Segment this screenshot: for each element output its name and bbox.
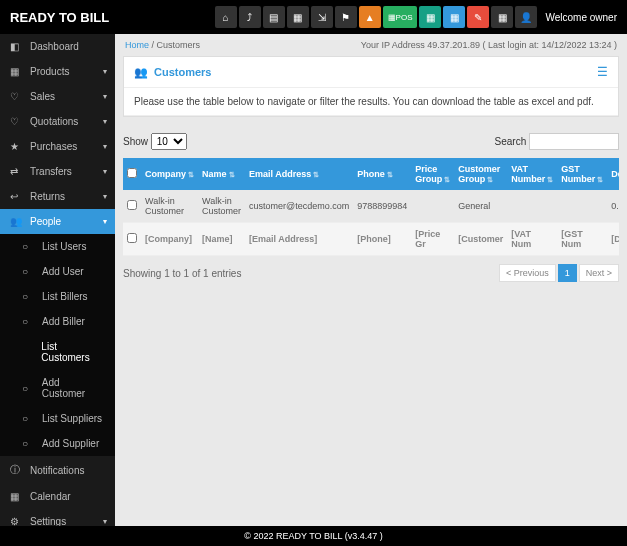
bullet-icon: ○ — [22, 291, 36, 302]
col-company[interactable]: Company⇅ — [141, 158, 198, 190]
sidebar-item-people[interactable]: 👥People▾ — [0, 209, 115, 234]
col-vat-number[interactable]: VAT Number⇅ — [507, 158, 557, 190]
sidebar-label: Add User — [42, 266, 84, 277]
sort-icon: ⇅ — [597, 176, 603, 183]
col-deposit[interactable]: Deposit⇅ — [607, 158, 619, 190]
sidebar-item-add-user[interactable]: ○Add User — [0, 259, 115, 284]
sidebar-label: Notifications — [30, 465, 84, 476]
page-1-button[interactable]: 1 — [558, 264, 577, 282]
sidebar-item-list-billers[interactable]: ○List Billers — [0, 284, 115, 309]
sidebar-item-returns[interactable]: ↩Returns▾ — [0, 184, 115, 209]
foot-checkbox[interactable] — [127, 233, 137, 243]
sidebar-item-quotations[interactable]: ♡Quotations▾ — [0, 109, 115, 134]
col-name[interactable]: Name⇅ — [198, 158, 245, 190]
menu-icon: ▦ — [10, 66, 24, 77]
sidebar-item-add-customer[interactable]: ○Add Customer — [0, 370, 115, 406]
menu-icon: ♡ — [10, 116, 24, 127]
sidebar-label: Products — [30, 66, 69, 77]
sidebar-item-list-users[interactable]: ○List Users — [0, 234, 115, 259]
foot-cell: [Company] — [141, 223, 198, 256]
col-phone[interactable]: Phone⇅ — [353, 158, 411, 190]
sort-icon: ⇅ — [313, 171, 319, 178]
list-icon[interactable]: ▤ — [263, 6, 285, 28]
sidebar-label: List Users — [42, 241, 86, 252]
select-all-checkbox[interactable] — [127, 168, 137, 178]
chevron-down-icon: ▾ — [103, 92, 107, 101]
sidebar-item-products[interactable]: ▦Products▾ — [0, 59, 115, 84]
chevron-down-icon: ▾ — [103, 142, 107, 151]
sidebar-item-sales[interactable]: ♡Sales▾ — [0, 84, 115, 109]
col-email-address[interactable]: Email Address⇅ — [245, 158, 353, 190]
col-price-group[interactable]: Price Group⇅ — [411, 158, 454, 190]
foot-cell: [VAT Num — [507, 223, 557, 256]
sidebar-item-calendar[interactable]: ▦Calendar — [0, 484, 115, 509]
brand-logo: READY TO BILL — [10, 10, 109, 25]
lang-icon[interactable]: ⚑ — [335, 6, 357, 28]
users-icon: 👥 — [134, 66, 148, 78]
show-entries: Show 10 — [123, 133, 187, 150]
grid-icon[interactable]: ▦ — [443, 6, 465, 28]
panel-title: 👥Customers — [134, 66, 211, 79]
breadcrumb: Home / Customers — [125, 40, 200, 50]
sidebar-label: Add Supplier — [42, 438, 99, 449]
sidebar-item-transfers[interactable]: ⇄Transfers▾ — [0, 159, 115, 184]
bullet-icon: ○ — [22, 383, 36, 394]
export-icon[interactable]: ⇲ — [311, 6, 333, 28]
prev-button[interactable]: < Previous — [499, 264, 556, 282]
menu-icon: ★ — [10, 141, 24, 152]
menu-icon: ▦ — [10, 491, 24, 502]
topbar-icons: ⌂ ⤴ ▤ ▦ ⇲ ⚑ ▲ ▦ POS ▦ ▦ ✎ ▦ 👤 Welcome ow… — [215, 6, 617, 28]
bullet-icon: ○ — [22, 438, 36, 449]
welcome-text[interactable]: Welcome owner — [545, 12, 617, 23]
sidebar-label: List Suppliers — [42, 413, 102, 424]
ip-info: Your IP Address 49.37.201.89 ( Last logi… — [361, 40, 617, 50]
panel-menu-icon[interactable]: ☰ — [597, 65, 608, 79]
pos-button[interactable]: ▦ POS — [383, 6, 418, 28]
table-row[interactable]: Walk-in CustomerWalk-in Customercustomer… — [123, 190, 619, 223]
sort-icon: ⇅ — [229, 171, 235, 178]
col-customer-group[interactable]: Customer Group⇅ — [454, 158, 507, 190]
sidebar-item-add-supplier[interactable]: ○Add Supplier — [0, 431, 115, 456]
foot-cell: [Name] — [198, 223, 245, 256]
chevron-down-icon: ▾ — [103, 167, 107, 176]
menu-icon: ◧ — [10, 41, 24, 52]
show-select[interactable]: 10 — [151, 133, 187, 150]
dashboard-icon[interactable]: ⌂ — [215, 6, 237, 28]
sidebar-label: Calendar — [30, 491, 71, 502]
sidebar-label: Settings — [30, 516, 66, 526]
row-checkbox[interactable] — [127, 200, 137, 210]
sidebar-item-list-customers[interactable]: List Customers — [0, 334, 115, 370]
sidebar-item-add-biller[interactable]: ○Add Biller — [0, 309, 115, 334]
sidebar-label: Dashboard — [30, 41, 79, 52]
next-button[interactable]: Next > — [579, 264, 619, 282]
breadcrumb-current: Customers — [157, 40, 201, 50]
warning-icon[interactable]: ▲ — [359, 6, 381, 28]
sidebar-item-dashboard[interactable]: ◧Dashboard — [0, 34, 115, 59]
foot-cell: [Phone] — [353, 223, 411, 256]
sidebar-item-purchases[interactable]: ★Purchases▾ — [0, 134, 115, 159]
col-gst-number[interactable]: GST Number⇅ — [557, 158, 607, 190]
user-icon[interactable]: 👤 — [515, 6, 537, 28]
menu-icon: 👥 — [10, 216, 24, 227]
foot-cell: [Deposit] — [607, 223, 619, 256]
sidebar-label: Sales — [30, 91, 55, 102]
entries-info: Showing 1 to 1 of 1 entries — [123, 268, 241, 279]
search-box: Search — [495, 133, 619, 150]
today-icon[interactable]: ▦ — [419, 6, 441, 28]
search-input[interactable] — [529, 133, 619, 150]
breadcrumb-home[interactable]: Home — [125, 40, 149, 50]
sidebar-label: List Customers — [41, 341, 105, 363]
share-icon[interactable]: ⤴ — [239, 6, 261, 28]
chevron-down-icon: ▾ — [103, 192, 107, 201]
apps-icon[interactable]: ▦ — [491, 6, 513, 28]
sidebar-item-settings[interactable]: ⚙Settings▾ — [0, 509, 115, 526]
alert-icon[interactable]: ✎ — [467, 6, 489, 28]
calendar-icon[interactable]: ▦ — [287, 6, 309, 28]
sidebar-item-notifications[interactable]: ⓘNotifications — [0, 456, 115, 484]
bullet-icon: ○ — [22, 266, 36, 277]
foot-cell: [Customer — [454, 223, 507, 256]
bullet-icon: ○ — [22, 413, 36, 424]
foot-cell: [Email Address] — [245, 223, 353, 256]
sidebar-label: Add Biller — [42, 316, 85, 327]
sidebar-item-list-suppliers[interactable]: ○List Suppliers — [0, 406, 115, 431]
